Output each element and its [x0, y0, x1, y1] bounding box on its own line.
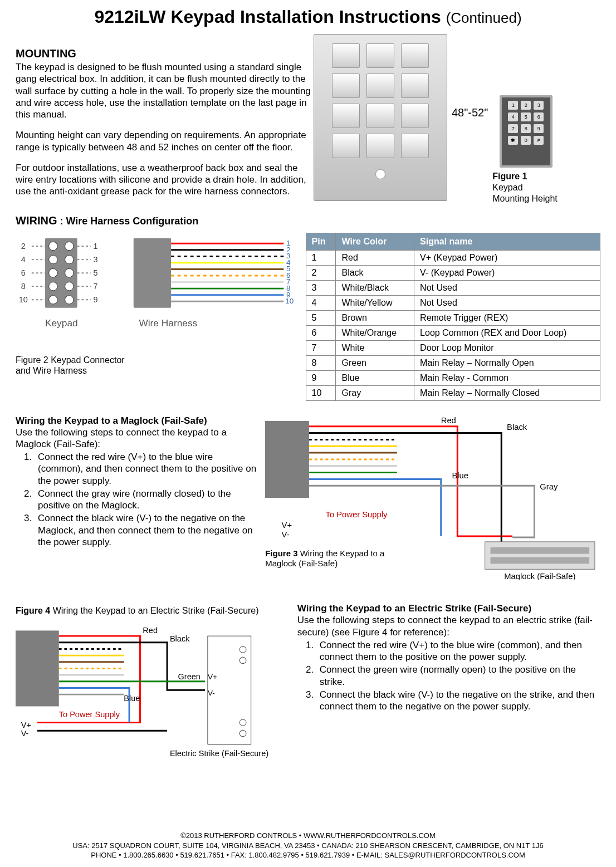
- keypad-label: Keypad: [45, 317, 78, 329]
- table-row: 1RedV+ (Keypad Power): [306, 250, 600, 265]
- svg-point-9: [49, 295, 57, 303]
- table-cell: V- (Keypad Power): [414, 265, 600, 280]
- table-cell: White/Black: [336, 280, 414, 295]
- svg-point-4: [65, 255, 74, 263]
- fig4-caption: Figure 4 Wiring the Keypad to an Electri…: [16, 605, 286, 616]
- table-cell: White: [336, 340, 414, 355]
- connector-svg: 21 43 65 87 109 Keypad: [16, 233, 295, 351]
- svg-text:1: 1: [94, 241, 98, 250]
- table-cell: Red: [336, 250, 414, 265]
- svg-text:V-: V-: [282, 530, 290, 539]
- table-row: 10GrayMain Relay – Normally Closed: [306, 385, 600, 400]
- svg-point-6: [65, 268, 74, 277]
- svg-point-5: [49, 268, 57, 277]
- table-cell: White/Orange: [336, 325, 414, 340]
- table-cell: Not Used: [414, 295, 600, 310]
- table-row: 6White/OrangeLoop Common (REX and Door L…: [306, 325, 600, 340]
- table-row: 7WhiteDoor Loop Monitor: [306, 340, 600, 355]
- svg-text:Black: Black: [507, 422, 527, 431]
- svg-point-89: [239, 646, 246, 653]
- svg-text:10: 10: [19, 295, 28, 304]
- mounting-heading: MOUNTING: [16, 47, 314, 60]
- footer: ©2013 RUTHERFORD CONTROLS • WWW.RUTHERFO…: [0, 831, 616, 860]
- table-cell: 7: [306, 340, 336, 355]
- table-cell: Main Relay – Normally Open: [414, 355, 600, 370]
- list-item: Connect the black wire (V-) to the negat…: [316, 689, 600, 713]
- list-item: Connect the gray wire (normally closed) …: [35, 488, 257, 512]
- fig3-caption-bold: Figure 3: [265, 548, 297, 558]
- th-pin: Pin: [306, 233, 336, 250]
- fig4-svg: Red Black Green Blue V+ V- To Power Supp…: [16, 620, 286, 761]
- mounting-p3: For outdoor installations, use a weather…: [16, 162, 314, 198]
- svg-text:6: 6: [21, 268, 26, 277]
- svg-text:V-: V-: [208, 689, 215, 697]
- svg-text:Blue: Blue: [124, 693, 140, 702]
- table-cell: Not Used: [414, 280, 600, 295]
- harness-label: Wire Harness: [139, 317, 197, 329]
- table-cell: Loop Common (REX and Door Loop): [414, 325, 600, 340]
- svg-text:Blue: Blue: [452, 471, 469, 480]
- table-cell: Blue: [336, 370, 414, 385]
- svg-rect-68: [485, 541, 595, 569]
- keypad-small-icon: 123 456 789 ✱0#: [500, 95, 553, 168]
- strike-heading: Wiring the Keypad to an Electric Strike …: [297, 603, 600, 614]
- title-main: 9212iLW Keypad Installation Instructions: [94, 7, 441, 27]
- table-cell: Remote Trigger (REX): [414, 310, 600, 325]
- fig4-caption-bold: Figure 4: [16, 606, 50, 615]
- footer-l2: USA: 2517 SQUADRON COURT, SUITE 104, VIR…: [0, 841, 616, 851]
- footer-l3: PHONE • 1.800.265.6630 • 519.621.7651 • …: [0, 850, 616, 860]
- table-row: 2BlackV- (Keypad Power): [306, 265, 600, 280]
- svg-point-90: [239, 657, 246, 664]
- wiring-heading-main: WIRING: [16, 214, 57, 227]
- list-item: Connect the red wire (V+) to the blue wi…: [35, 451, 257, 487]
- page-title: 9212iLW Keypad Installation Instructions…: [0, 0, 616, 32]
- svg-text:V+: V+: [208, 673, 217, 681]
- maglock-intro: Use the following steps to connect the k…: [16, 427, 257, 450]
- svg-text:Green: Green: [178, 672, 200, 681]
- th-signal: Signal name: [414, 233, 600, 250]
- table-row: 3White/BlackNot Used: [306, 280, 600, 295]
- svg-text:8: 8: [21, 282, 26, 291]
- table-cell: Black: [336, 265, 414, 280]
- strike-intro: Use the following steps to connect the k…: [297, 614, 600, 638]
- table-cell: V+ (Keypad Power): [414, 250, 600, 265]
- svg-point-92: [239, 730, 246, 737]
- svg-point-7: [49, 282, 57, 290]
- table-cell: 3: [306, 280, 336, 295]
- table-row: 4White/YellowNot Used: [306, 295, 600, 310]
- svg-text:Electric Strike (Fail-Secure): Electric Strike (Fail-Secure): [170, 749, 268, 758]
- svg-point-8: [65, 282, 74, 290]
- figure-4: Figure 4 Wiring the Keypad to an Electri…: [16, 603, 286, 762]
- table-cell: Gray: [336, 385, 414, 400]
- svg-text:V+: V+: [282, 521, 292, 530]
- wiring-heading-sub: : Wire Harness Configuration: [57, 215, 198, 227]
- pinout-table: Pin Wire Color Signal name 1RedV+ (Keypa…: [306, 233, 600, 401]
- svg-text:Gray: Gray: [540, 482, 558, 491]
- svg-point-1: [49, 242, 57, 250]
- mounting-p1: The keypad is designed to be flush mount…: [16, 61, 314, 120]
- svg-text:3: 3: [94, 254, 98, 263]
- table-cell: 5: [306, 310, 336, 325]
- svg-text:To Power Supply: To Power Supply: [326, 510, 388, 518]
- fig1-caption: Figure 1 Keypad Mounting Height: [492, 171, 559, 204]
- keypad-large-illustration: [314, 34, 447, 201]
- table-cell: 9: [306, 370, 336, 385]
- table-cell: 10: [306, 385, 336, 400]
- list-item: Connect the green wire (normally open) t…: [316, 664, 600, 688]
- svg-text:5: 5: [94, 268, 98, 277]
- list-item: Connect the black wire (V-) to the negat…: [35, 512, 257, 548]
- svg-text:Red: Red: [441, 415, 456, 424]
- svg-rect-72: [16, 630, 59, 706]
- table-cell: 8: [306, 355, 336, 370]
- table-row: 8GreenMain Relay – Normally Open: [306, 355, 600, 370]
- svg-point-10: [65, 295, 74, 303]
- svg-text:Red: Red: [143, 626, 158, 635]
- table-row: 5BrownRemote Trigger (REX): [306, 310, 600, 325]
- table-row: 9BlueMain Relay - Common: [306, 370, 600, 385]
- maglock-heading: Wiring the Keypad to a Maglock (Fail-Saf…: [16, 415, 257, 427]
- svg-point-3: [49, 255, 57, 263]
- table-cell: Main Relay - Common: [414, 370, 600, 385]
- table-cell: White/Yellow: [336, 295, 414, 310]
- table-cell: 1: [306, 250, 336, 265]
- svg-text:7: 7: [94, 282, 98, 291]
